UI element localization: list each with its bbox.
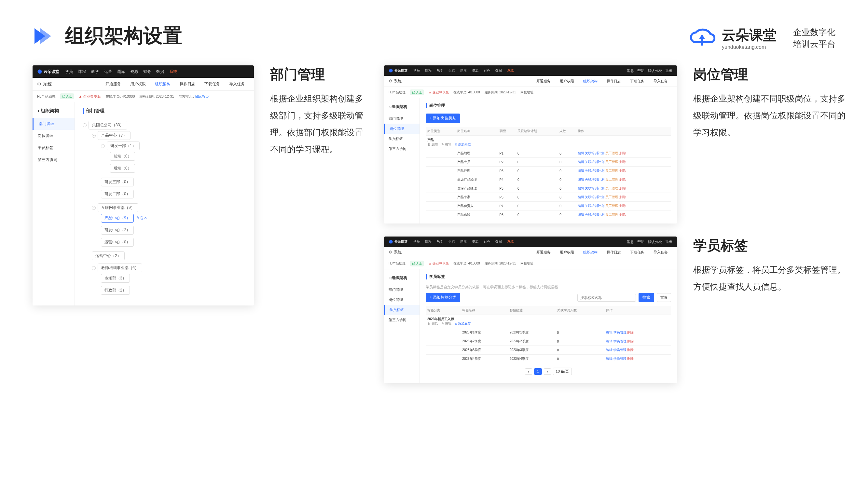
leftnav-head[interactable]: 组织架构 xyxy=(33,108,74,118)
screenshot-tag-manage: 云朵课堂 学员 课程 教学 运营 题库 资源 财务 数据 系统 消息帮助默认分校… xyxy=(384,236,677,383)
svg-point-5 xyxy=(389,69,393,72)
brand-domain: yunduoketang.com xyxy=(722,44,777,50)
tree-node[interactable]: 集团总公司（33） xyxy=(89,121,127,129)
table-row: 产品专家P600编辑 关联培训计划 员工管理 删除 xyxy=(426,193,671,202)
table-row: 资深产品经理P500编辑 关联培训计划 员工管理 删除 xyxy=(426,184,671,193)
search-button[interactable]: 搜索 xyxy=(639,293,654,302)
table-row: 2023年1季度2023年1季度0编辑 学员管理 删除 xyxy=(426,328,671,337)
pager-next[interactable]: › xyxy=(544,368,551,375)
table-row: 产品专员P200编辑 关联培训计划 员工管理 删除 xyxy=(426,158,671,167)
arrow-play-icon xyxy=(33,26,52,46)
sidebar-item-thirdparty[interactable]: 第三方协同 xyxy=(33,154,74,166)
pager-size[interactable]: 10 条/页 xyxy=(553,368,572,375)
leftnav: 组织架构 部门管理 岗位管理 学员标签 第三方协同 xyxy=(33,102,75,305)
add-tag-category-button[interactable]: + 添加标签分类 xyxy=(426,293,460,302)
infobar: HJ产品助理 已认证 ▲ 企业尊享版 在线学员: 4/10000 服务到期: 2… xyxy=(33,91,254,102)
pager-current[interactable]: 1 xyxy=(534,368,542,375)
desc-tag: 学员标签 根据学员标签，将员工分多类标签管理。方便快捷查找人员信息。 xyxy=(693,236,849,295)
tag-table: 标签分类 标签名称 标签描述 关联学员人数 操作 2023年新员工入职🗑 删除 … xyxy=(426,306,671,363)
topnav: 云朵课堂 学员 课程 教学 运营 题库 资源 财务 数据 系统 xyxy=(33,65,254,78)
tree-row-actions[interactable]: ✎ ⎘ ✕ xyxy=(136,216,148,220)
sidebar-item-dept[interactable]: 部门管理 xyxy=(33,118,74,130)
plan-label: ▲ 企业尊享版 xyxy=(79,94,101,99)
cert-badge: 已认证 xyxy=(60,93,74,99)
hint-text: 学员标签是自定义学员分类的依据，可在学员面上标记多个标签，标签支持两级层级 xyxy=(426,285,671,290)
desc-dept: 部门管理 根据企业组织架构创建多级部门，支持多级联动管理。依据部门权限能设置不同… xyxy=(270,65,368,158)
brand-text: 云朵课堂 yunduoketang.com xyxy=(722,26,777,50)
reset-button[interactable]: 重置 xyxy=(657,293,671,302)
svg-marker-3 xyxy=(699,34,705,39)
pager: ‹ 1 › 10 条/页 xyxy=(426,368,671,375)
page-header: 组织架构设置 云朵课堂 yunduoketang.com 企业数字化 培训云平台 xyxy=(0,0,868,65)
topnav-logo: 云朵课堂 xyxy=(37,69,59,74)
screenshot-dept-manage: 云朵课堂 学员 课程 教学 运营 题库 资源 财务 数据 系统 系统 开通服务 … xyxy=(33,65,254,305)
brand-divider xyxy=(785,28,785,48)
table-row: 产品总监P800编辑 关联培训计划 员工管理 删除 xyxy=(426,210,671,219)
gear-icon: 系统 xyxy=(37,82,52,87)
svg-point-6 xyxy=(389,240,393,243)
table-row: 2023年4季度2023年4季度0编辑 学员管理 删除 xyxy=(426,355,671,363)
table-row: 产品助理P100编辑 关联培训计划 员工管理 删除 xyxy=(426,149,671,158)
svg-rect-2 xyxy=(701,38,703,45)
sidebar-item-tag[interactable]: 学员标签 xyxy=(33,142,74,154)
table-row: 2023年2季度2023年2季度0编辑 学员管理 删除 xyxy=(426,337,671,346)
table-row: 高级产品经理P400编辑 关联培训计划 员工管理 删除 xyxy=(426,175,671,184)
brand-block: 云朵课堂 yunduoketang.com 企业数字化 培训云平台 xyxy=(689,26,835,50)
brand-name: 云朵课堂 xyxy=(722,26,777,44)
svg-marker-1 xyxy=(40,28,51,44)
desc-post: 岗位管理 根据企业架构创建不同职级岗位，支持多级联动管理。依据岗位权限能设置不同… xyxy=(693,65,849,141)
screenshot-post-manage: 云朵课堂 学员 课程 教学 运营 题库 资源 财务 数据 系统 消息帮助默认分校… xyxy=(384,65,677,224)
cloud-logo-icon xyxy=(689,26,715,50)
search-input[interactable] xyxy=(577,294,636,301)
submenu: 系统 开通服务 用户权限 组织架构 操作日志 下载任务 导入任务 xyxy=(33,78,254,91)
post-table: 岗位类别 岗位名称 职级 关联培训计划 人数 操作 产品🗑 删除 ✎ 编辑 ⊕ … xyxy=(426,127,671,219)
pager-prev[interactable]: ‹ xyxy=(525,368,532,375)
sidebar-item-post[interactable]: 岗位管理 xyxy=(33,130,74,142)
add-post-category-button[interactable]: + 添加岗位类别 xyxy=(426,113,460,123)
section-title: 部门管理 xyxy=(83,108,246,114)
table-row: 产品负责人P700编辑 关联培训计划 员工管理 删除 xyxy=(426,202,671,210)
table-row: 2023年3季度2023年3季度0编辑 学员管理 删除 xyxy=(426,346,671,355)
dept-tree: −集团总公司（33） −产品中心（7） −研发一部（1） 前端（0） 后端（0） xyxy=(83,119,246,300)
table-row: 产品经理P300编辑 关联培训计划 员工管理 删除 xyxy=(426,167,671,175)
page-title: 组织架构设置 xyxy=(65,23,182,49)
tree-toggle-icon[interactable]: − xyxy=(83,123,87,127)
tree-node-selected[interactable]: 产品中心（9） xyxy=(101,214,134,223)
brand-slogan: 企业数字化 培训云平台 xyxy=(793,26,835,50)
svg-point-4 xyxy=(38,70,42,74)
